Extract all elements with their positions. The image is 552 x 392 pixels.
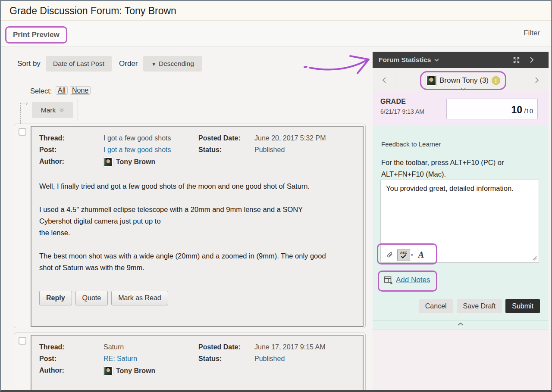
grading-actions: Cancel Save Draft Submit (419, 299, 540, 313)
checkmark-icon (401, 254, 407, 258)
tree-connector-line (78, 99, 78, 121)
quote-button[interactable]: Quote (75, 291, 108, 305)
grade-score: 10 (511, 104, 523, 116)
post-label: Post: (39, 353, 104, 365)
add-notes-label: Add Notes (396, 276, 430, 284)
collapse-panel-chevron-icon[interactable] (530, 56, 534, 63)
thread-label: Thread: (39, 133, 104, 144)
submit-button[interactable]: Submit (505, 299, 540, 313)
post-label: Post: (39, 144, 104, 156)
add-notes-icon (384, 276, 392, 284)
post-title-link[interactable]: I got a few good shots (104, 144, 198, 156)
author-cell: Tony Brown (104, 156, 363, 168)
message-line: shot of Saturn was with the 9mm. (39, 262, 354, 274)
tree-connector-line (20, 103, 21, 124)
student-name: Brown Tony (3) (439, 76, 489, 85)
sidebar-footer-area (373, 330, 549, 390)
post-message: Hey, my uncle owns a photography place a… (39, 389, 354, 390)
post-checkbox[interactable] (19, 337, 26, 345)
grade-out-of: /10 (524, 107, 533, 115)
forum-statistics-label: Forum Statistics (379, 56, 431, 64)
author-name: Tony Brown (116, 365, 155, 376)
chevron-down-icon (461, 87, 466, 90)
message-line: the lense. (39, 227, 354, 239)
annotation-arrow (303, 49, 378, 79)
message-line: Well, I finally tried and got a few good… (39, 180, 354, 192)
mark-button[interactable]: Mark (32, 102, 73, 118)
chevron-right-icon (535, 77, 539, 84)
current-student-selector[interactable]: Brown Tony (3) ! (420, 71, 506, 90)
select-none-link[interactable]: None (70, 86, 91, 95)
descending-arrow-icon: ▼ (151, 62, 156, 67)
posted-date-value: June 17, 2017 9:15 AM (254, 342, 363, 353)
status-label: Status: (198, 144, 254, 156)
action-bar: Print Preview Filter (1, 21, 551, 47)
post-message: Well, I finally tried and got a few good… (39, 180, 354, 274)
post-card: Thread: I got a few good shots Posted Da… (14, 124, 366, 328)
grade-section: GRADE 6/21/17 9:13 AM 10 /10 (373, 92, 549, 126)
hint-line: ALT+FN+F10 (Mac). (381, 168, 504, 180)
content-region: Sort by Date of Last Post Order ▼Descend… (1, 47, 551, 390)
feedback-to-learner-label: Feedback to Learner (381, 140, 441, 148)
post-checkbox[interactable] (19, 128, 26, 136)
spellcheck-control: ABC ▾ (397, 249, 414, 261)
order-value: Descending (159, 60, 194, 67)
editor-toolbar: ABC ▾ A (381, 247, 539, 262)
filter-button[interactable]: Filter (524, 29, 540, 37)
next-student-button[interactable] (525, 68, 549, 92)
mark-as-read-button[interactable]: Mark as Read (111, 291, 168, 305)
feedback-editor: You provided great, detailed information… (380, 180, 539, 263)
resize-handle[interactable] (531, 255, 537, 261)
title-bar: Grade Discussion Forum: Tony Brown (1, 1, 551, 21)
attach-file-button[interactable] (383, 249, 396, 261)
expand-icon[interactable] (513, 56, 520, 64)
post-title-link[interactable]: RE: Saturn (104, 353, 198, 365)
student-navigation: Brown Tony (3) ! (373, 68, 549, 92)
author-avatar (104, 366, 113, 376)
grade-discussion-page: Grade Discussion Forum: Tony Brown Print… (0, 0, 552, 392)
page-title: Grade Discussion Forum: Tony Brown (1, 1, 551, 17)
reply-button[interactable]: Reply (39, 291, 72, 305)
status-label: Status: (198, 353, 254, 365)
status-value: Published (254, 144, 363, 156)
chevron-left-icon (382, 77, 386, 84)
divider (373, 320, 549, 321)
forum-statistics-bar: Forum Statistics (373, 52, 549, 68)
author-name: Tony Brown (116, 156, 155, 167)
post-body-container: Thread: I got a few good shots Posted Da… (31, 126, 364, 327)
thread-value: Saturn (104, 342, 198, 353)
collapse-grading-chevron-icon[interactable] (457, 322, 464, 326)
message-line: I used a 4.5" zhummell eclipse telescope… (39, 204, 354, 215)
status-value: Published (254, 353, 363, 365)
order-button[interactable]: ▼Descending (143, 56, 202, 72)
forum-statistics-toggle[interactable]: Forum Statistics (379, 56, 439, 64)
add-notes-link[interactable]: Add Notes (384, 276, 430, 284)
font-a-icon: A (418, 250, 424, 260)
grade-label: GRADE (380, 98, 406, 106)
posted-date-value: June 20, 2017 5:32 PM (254, 133, 363, 144)
message-line: Hey, my uncle owns a photography place a… (39, 389, 354, 390)
spellcheck-button[interactable]: ABC (397, 249, 410, 261)
grading-sidebar: Forum Statistics (373, 47, 549, 390)
select-all-link[interactable]: All (56, 86, 68, 95)
print-preview-button[interactable]: Print Preview (5, 26, 67, 44)
needs-grading-icon: ! (492, 76, 500, 85)
font-style-button[interactable]: A (415, 249, 428, 261)
grade-input[interactable]: 10 /10 (446, 99, 538, 119)
cancel-button[interactable]: Cancel (419, 299, 453, 313)
paperclip-icon (386, 251, 394, 259)
thread-value: I got a few good shots (104, 133, 198, 144)
feedback-text-area[interactable]: You provided great, detailed information… (381, 180, 539, 247)
previous-student-button[interactable] (373, 68, 396, 92)
post-meta: Thread: I got a few good shots Posted Da… (31, 127, 363, 168)
save-draft-button[interactable]: Save Draft (457, 299, 502, 313)
posted-date-label: Posted Date: (198, 133, 254, 144)
select-label: Select: (30, 87, 52, 95)
message-line: Cybershot digital camera just put up to (39, 215, 354, 227)
author-label: Author: (39, 365, 104, 376)
sort-by-button[interactable]: Date of Last Post (46, 56, 112, 72)
double-chevron-down-icon (59, 108, 64, 113)
chevron-down-icon (434, 59, 439, 62)
author-label: Author: (39, 156, 104, 168)
spellcheck-dropdown-caret[interactable]: ▾ (411, 253, 413, 257)
